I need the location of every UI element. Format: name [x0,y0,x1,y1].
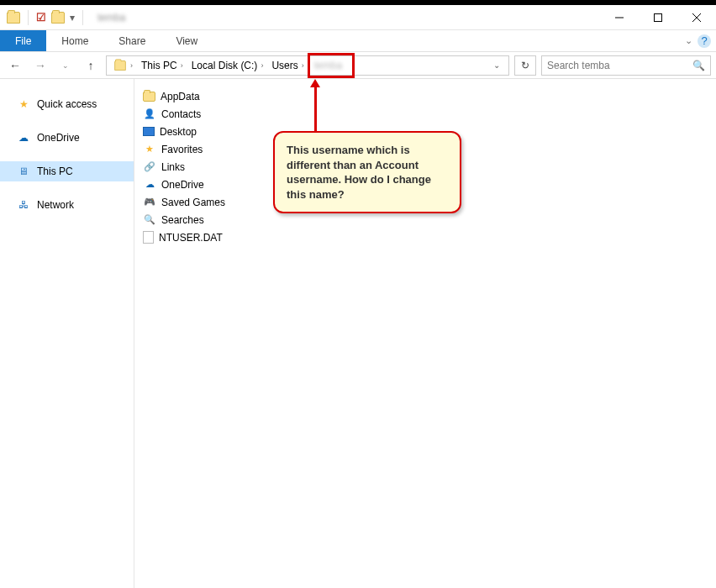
file-icon [143,231,154,244]
chevron-right-icon: › [261,61,263,70]
ribbon-tabs: File Home Share View ⌄ ? [0,30,716,52]
back-button[interactable]: ← [5,55,25,76]
minimize-button[interactable] [600,5,639,30]
chevron-right-icon: › [302,61,304,70]
annotation-arrow [314,86,317,133]
window-title: temba [97,12,125,24]
star-icon: ★ [17,97,30,111]
title-left-group: ☑ ▾ temba [0,10,125,25]
file-name: AppData [161,91,200,102]
qat-properties-icon[interactable]: ☑ [36,11,46,24]
address-seg-thispc[interactable]: This PC› [138,56,187,75]
navigation-bar: ← → ⌄ ↑ › This PC› Local Disk (C:)› User… [0,52,716,79]
file-name: OneDrive [161,179,204,191]
content-pane: AppData👤ContactsDesktop★Favorites🔗Links☁… [134,79,716,588]
file-name: Saved Games [161,197,225,208]
file-name: Contacts [161,108,201,120]
search-icon: 🔍 [143,213,156,227]
folder-icon [114,60,126,71]
file-item[interactable]: 👤Contacts [140,105,711,123]
search-placeholder: Search temba [547,60,610,71]
file-name: Desktop [160,126,197,138]
sidebar-item-label: Network [37,199,74,211]
chevron-right-icon: › [181,61,183,70]
contacts-icon: 👤 [143,108,156,121]
address-label: This PC [141,60,177,71]
sidebar-item-label: OneDrive [37,132,80,144]
refresh-button[interactable]: ↻ [514,55,536,76]
address-seg-username[interactable]: temba [309,60,347,71]
link-icon: 🔗 [143,160,156,174]
sidebar-item-thispc[interactable]: 🖥 This PC [0,161,134,181]
file-name: Favorites [161,144,203,155]
desktop-icon [143,127,155,136]
network-icon: 🖧 [17,198,30,212]
address-seg-users[interactable]: Users› [268,56,307,75]
file-item[interactable]: 🔍Searches [140,211,711,228]
file-item[interactable]: AppData [140,87,711,105]
window-controls [600,5,716,30]
address-label: Users [271,60,297,71]
ribbon-expand-icon[interactable]: ⌄ [685,35,692,46]
annotation-text: This username which is different than an… [287,144,431,201]
sidebar-item-label: This PC [37,165,73,177]
cloud-icon: ☁ [17,131,30,144]
search-icon: 🔍 [692,60,705,71]
address-root[interactable]: › [110,56,136,75]
tab-view[interactable]: View [161,30,213,51]
file-name: Links [161,161,185,173]
app-icon [7,12,20,24]
maximize-button[interactable] [639,5,677,30]
star-icon: ★ [143,143,156,156]
svg-rect-1 [655,13,662,21]
sidebar-item-label: Quick access [37,98,97,110]
search-input[interactable]: Search temba 🔍 [541,55,711,76]
title-bar: ☑ ▾ temba [0,5,716,30]
annotation-callout: This username which is different than an… [273,131,461,213]
body: ★ Quick access ☁ OneDrive 🖥 This PC 🖧 Ne… [0,79,716,588]
file-name: NTUSER.DAT [159,232,223,244]
navigation-pane: ★ Quick access ☁ OneDrive 🖥 This PC 🖧 Ne… [0,79,134,588]
address-dropdown-icon[interactable]: ⌄ [488,60,505,70]
file-item[interactable]: NTUSER.DAT [140,228,711,246]
qat-separator-2 [82,10,83,25]
chevron-right-icon: › [130,61,133,70]
file-name: Searches [161,214,204,226]
cloud-icon: ☁ [143,178,156,192]
qat-newfolder-icon[interactable] [51,12,65,24]
sidebar-item-quickaccess[interactable]: ★ Quick access [0,94,134,114]
address-label: Local Disk (C:) [192,60,258,71]
address-bar[interactable]: › This PC› Local Disk (C:)› Users› temba… [106,55,509,76]
forward-button[interactable]: → [30,55,50,76]
help-icon[interactable]: ? [698,34,711,48]
close-button[interactable] [677,5,716,30]
tab-file[interactable]: File [0,30,46,51]
qat-dropdown-icon[interactable]: ▾ [70,12,75,24]
folder-icon [143,92,155,102]
sidebar-item-network[interactable]: 🖧 Network [0,195,134,215]
qat-separator [28,10,29,25]
up-button[interactable]: ↑ [81,55,101,76]
address-seg-drive[interactable]: Local Disk (C:)› [188,56,267,75]
ribbon-right: ⌄ ? [685,30,716,51]
recent-dropdown-icon[interactable]: ⌄ [55,55,76,76]
tab-share[interactable]: Share [103,30,161,51]
monitor-icon: 🖥 [17,165,30,178]
tab-home[interactable]: Home [46,30,103,51]
game-icon: 🎮 [143,196,156,209]
sidebar-item-onedrive[interactable]: ☁ OneDrive [0,128,134,148]
